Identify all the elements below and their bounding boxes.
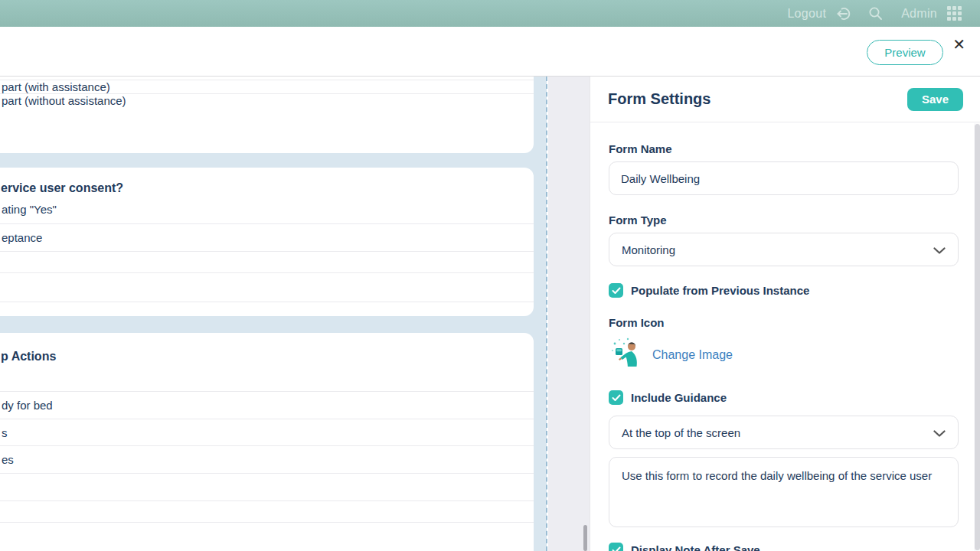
change-image-link[interactable]: Change Image [652, 348, 733, 362]
field-label: s [2, 426, 8, 439]
admin-menu[interactable]: Admin [901, 7, 937, 21]
topbar: Logout Admin [0, 0, 980, 27]
form-field-row[interactable] [0, 273, 534, 302]
form-field-row[interactable]: ating "Yes" [0, 195, 534, 224]
guidance-position-select[interactable]: At the top of the screen [609, 416, 959, 449]
display-note-label: Display Note After Save [631, 543, 760, 551]
chevron-down-icon [933, 426, 946, 439]
include-guidance-checkbox-row[interactable]: Include Guidance [609, 390, 959, 405]
field-label: ating "Yes" [2, 203, 57, 216]
logout-link[interactable]: Logout [787, 7, 826, 21]
form-field-row[interactable] [0, 501, 534, 523]
form-field-row[interactable]: eptance [0, 224, 534, 252]
section-heading: p Actions [0, 333, 534, 364]
form-type-label: Form Type [609, 214, 959, 227]
form-field-row[interactable] [0, 474, 534, 501]
search-icon[interactable] [868, 6, 883, 21]
field-label: eptance [2, 231, 42, 244]
guidance-position-value: At the top of the screen [622, 426, 740, 439]
section-heading: ervice user consent? [0, 168, 534, 195]
form-name-input[interactable] [609, 161, 959, 195]
settings-body: Form Name Form Type Monitoring Populate … [590, 142, 980, 551]
form-field-row[interactable]: part (with assistance) [0, 80, 534, 94]
close-icon[interactable]: ✕ [952, 37, 965, 52]
pane-divider[interactable] [546, 77, 547, 551]
main-area: part (with assistance) part (without ass… [0, 77, 980, 551]
left-scrollbar-thumb[interactable] [583, 525, 587, 551]
checked-checkbox-icon[interactable] [609, 543, 623, 551]
form-settings-panel: Form Settings Save Form Name Form Type M… [590, 77, 980, 551]
field-label: es [2, 453, 14, 466]
field-label: dy for bed [2, 399, 53, 412]
form-section-card: ervice user consent? ating "Yes" eptance [0, 168, 534, 316]
settings-title: Form Settings [608, 90, 710, 108]
include-guidance-label: Include Guidance [631, 391, 727, 404]
form-section-card: part (with assistance) part (without ass… [0, 77, 534, 153]
apps-grid-icon[interactable] [947, 6, 962, 21]
form-type-select[interactable]: Monitoring [609, 233, 959, 266]
settings-scrollbar[interactable] [974, 123, 980, 551]
logout-icon[interactable] [836, 6, 851, 21]
form-name-label: Form Name [609, 142, 959, 155]
form-icon-label: Form Icon [609, 316, 959, 329]
checked-checkbox-icon[interactable] [609, 283, 623, 298]
save-button[interactable]: Save [907, 88, 963, 111]
field-label: part (without assistance) [2, 94, 126, 107]
form-preview-pane: part (with assistance) part (without ass… [0, 77, 547, 551]
chevron-down-icon [933, 243, 946, 256]
guidance-text-input[interactable]: Use this form to record the daily wellbe… [609, 457, 959, 527]
populate-label: Populate from Previous Instance [631, 284, 809, 297]
form-icon-row: Change Image [609, 337, 959, 373]
form-field-row[interactable] [0, 364, 534, 392]
display-note-checkbox-row[interactable]: Display Note After Save [609, 543, 959, 551]
form-field-row[interactable] [0, 252, 534, 273]
settings-scrollbar-thumb[interactable] [975, 124, 980, 550]
form-field-row[interactable]: part (without assistance) [0, 94, 534, 107]
form-field-row[interactable]: es [0, 446, 534, 474]
form-field-row[interactable]: dy for bed [0, 392, 534, 419]
settings-header: Form Settings Save [590, 77, 980, 122]
populate-checkbox-row[interactable]: Populate from Previous Instance [609, 283, 959, 298]
form-section-card: p Actions dy for bed s es [0, 333, 534, 551]
modal-header: Preview ✕ [0, 27, 980, 77]
form-field-row[interactable]: s [0, 419, 534, 446]
checked-checkbox-icon[interactable] [609, 390, 623, 405]
form-type-value: Monitoring [622, 243, 675, 256]
field-label: part (with assistance) [2, 80, 110, 93]
panel-gutter [548, 77, 590, 551]
preview-button[interactable]: Preview [867, 40, 943, 65]
form-icon-image [609, 336, 642, 374]
